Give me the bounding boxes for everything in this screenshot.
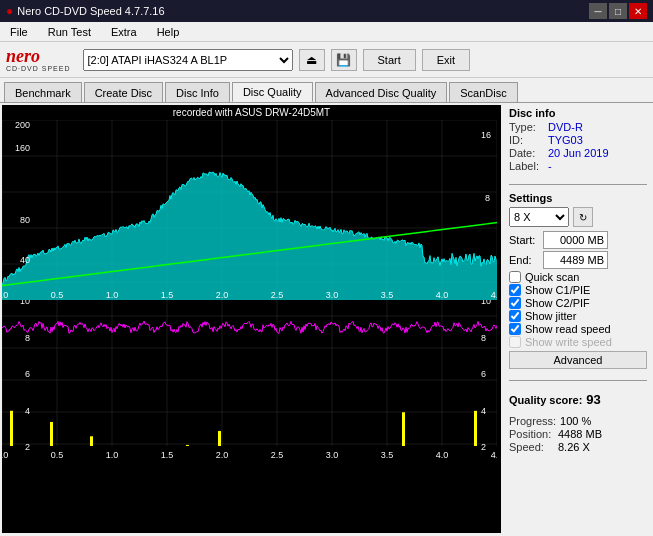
drive-select[interactable]: [2:0] ATAPI iHAS324 A BL1P bbox=[83, 49, 293, 71]
label-label: Label: bbox=[509, 160, 544, 172]
menu-run-test[interactable]: Run Test bbox=[42, 23, 97, 41]
titlebar: ● Nero CD-DVD Speed 4.7.7.16 ─ □ ✕ bbox=[0, 0, 653, 22]
exit-button[interactable]: Exit bbox=[422, 49, 470, 71]
speed-readout-value: 8.26 X bbox=[558, 441, 590, 453]
progress-label: Progress: bbox=[509, 415, 556, 427]
show-c1pie-label: Show C1/PIE bbox=[525, 284, 590, 296]
logo-sub-text: CD·DVD SPEED bbox=[6, 65, 71, 72]
menu-extra[interactable]: Extra bbox=[105, 23, 143, 41]
date-label: Date: bbox=[509, 147, 544, 159]
tab-advanced-disc-quality[interactable]: Advanced Disc Quality bbox=[315, 82, 448, 102]
eject-button[interactable]: ⏏ bbox=[299, 49, 325, 71]
tab-scandisc[interactable]: ScanDisc bbox=[449, 82, 517, 102]
speed-readout-label: Speed: bbox=[509, 441, 554, 453]
start-label: Start: bbox=[509, 234, 539, 246]
show-c1pie-checkbox[interactable] bbox=[509, 284, 521, 296]
app-icon: ● bbox=[6, 4, 13, 18]
label-value: - bbox=[548, 160, 552, 172]
nero-logo: nero CD·DVD SPEED bbox=[6, 47, 71, 72]
show-jitter-checkbox[interactable] bbox=[509, 310, 521, 322]
minimize-button[interactable]: ─ bbox=[589, 3, 607, 19]
disc-info-section: Disc info Type: DVD-R ID: TYG03 Date: 20… bbox=[509, 107, 647, 173]
show-write-speed-checkbox[interactable] bbox=[509, 336, 521, 348]
tab-disc-quality[interactable]: Disc Quality bbox=[232, 82, 313, 102]
quality-score-value: 93 bbox=[586, 392, 600, 407]
menu-file[interactable]: File bbox=[4, 23, 34, 41]
id-value: TYG03 bbox=[548, 134, 583, 146]
show-write-speed-label: Show write speed bbox=[525, 336, 612, 348]
progress-section: Progress: 100 % Position: 4488 MB Speed:… bbox=[509, 415, 647, 454]
position-label: Position: bbox=[509, 428, 554, 440]
advanced-button[interactable]: Advanced bbox=[509, 351, 647, 369]
type-value: DVD-R bbox=[548, 121, 583, 133]
app-title: Nero CD-DVD Speed 4.7.7.16 bbox=[17, 5, 164, 17]
tab-bar: Benchmark Create Disc Disc Info Disc Qua… bbox=[0, 78, 653, 103]
bottom-chart bbox=[2, 300, 497, 460]
chart-title: recorded with ASUS DRW-24D5MT bbox=[2, 105, 501, 120]
quick-scan-checkbox[interactable] bbox=[509, 271, 521, 283]
quality-score-label: Quality score: bbox=[509, 394, 582, 406]
menubar: File Run Test Extra Help bbox=[0, 22, 653, 42]
menu-help[interactable]: Help bbox=[151, 23, 186, 41]
quality-score-row: Quality score: 93 bbox=[509, 392, 647, 407]
show-read-speed-checkbox[interactable] bbox=[509, 323, 521, 335]
settings-title: Settings bbox=[509, 192, 647, 204]
toolbar: nero CD·DVD SPEED [2:0] ATAPI iHAS324 A … bbox=[0, 42, 653, 78]
show-read-speed-label: Show read speed bbox=[525, 323, 611, 335]
date-value: 20 Jun 2019 bbox=[548, 147, 609, 159]
id-label: ID: bbox=[509, 134, 544, 146]
start-button[interactable]: Start bbox=[363, 49, 416, 71]
type-label: Type: bbox=[509, 121, 544, 133]
position-value: 4488 MB bbox=[558, 428, 602, 440]
maximize-button[interactable]: □ bbox=[609, 3, 627, 19]
logo-nero-text: nero bbox=[6, 47, 40, 65]
speed-select[interactable]: 8 X4 X2 XMax bbox=[509, 207, 569, 227]
start-input[interactable] bbox=[543, 231, 608, 249]
top-chart bbox=[2, 120, 497, 300]
main-content: recorded with ASUS DRW-24D5MT Disc info … bbox=[0, 103, 653, 536]
quick-scan-label: Quick scan bbox=[525, 271, 579, 283]
save-button[interactable]: 💾 bbox=[331, 49, 357, 71]
show-jitter-label: Show jitter bbox=[525, 310, 576, 322]
progress-value: 100 % bbox=[560, 415, 591, 427]
settings-section: Settings 8 X4 X2 XMax ↻ Start: End: Quic… bbox=[509, 192, 647, 369]
tab-benchmark[interactable]: Benchmark bbox=[4, 82, 82, 102]
right-panel: Disc info Type: DVD-R ID: TYG03 Date: 20… bbox=[503, 103, 653, 536]
tab-create-disc[interactable]: Create Disc bbox=[84, 82, 163, 102]
end-label: End: bbox=[509, 254, 539, 266]
close-button[interactable]: ✕ bbox=[629, 3, 647, 19]
refresh-button[interactable]: ↻ bbox=[573, 207, 593, 227]
show-c2pif-checkbox[interactable] bbox=[509, 297, 521, 309]
end-input[interactable] bbox=[543, 251, 608, 269]
disc-info-title: Disc info bbox=[509, 107, 647, 119]
tab-disc-info[interactable]: Disc Info bbox=[165, 82, 230, 102]
show-c2pif-label: Show C2/PIF bbox=[525, 297, 590, 309]
